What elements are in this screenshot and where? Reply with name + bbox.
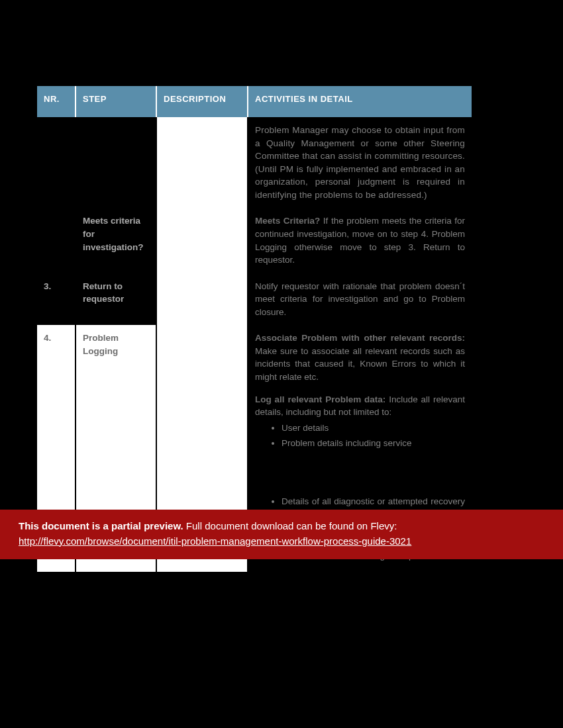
list-item: Problem details including service bbox=[282, 437, 465, 450]
preview-banner: This document is a partial preview. Full… bbox=[0, 510, 563, 559]
col-header-step: STEP bbox=[76, 86, 156, 117]
cell-activities: Problem Manager may choose to obtain inp… bbox=[248, 117, 472, 208]
cell-nr bbox=[37, 208, 76, 273]
banner-text: Full document download can be found on F… bbox=[183, 520, 397, 531]
col-header-desc: DESCRIPTION bbox=[156, 86, 248, 117]
cell-desc bbox=[156, 273, 248, 326]
col-header-nr: NR. bbox=[37, 86, 76, 117]
activity-paragraph: Associate Problem with other relevant re… bbox=[255, 332, 465, 383]
cell-nr bbox=[37, 117, 76, 208]
cell-nr: 3. bbox=[37, 273, 76, 326]
cell-step bbox=[76, 117, 156, 208]
cell-activities: Notify requestor with rationale that pro… bbox=[248, 273, 472, 326]
banner-link[interactable]: http://flevy.com/browse/document/itil-pr… bbox=[19, 534, 544, 549]
activity-lead: Associate Problem with other relevant re… bbox=[255, 333, 465, 343]
activity-paragraph: Log all relevant Problem data: Include a… bbox=[255, 393, 465, 419]
activity-text: Make sure to associate all relevant reco… bbox=[255, 346, 465, 382]
banner-bold-text: This document is a partial preview. bbox=[19, 520, 183, 531]
table-header-row: NR. STEP DESCRIPTION ACTIVITIES IN DETAI… bbox=[37, 86, 472, 117]
process-table-wrap: NR. STEP DESCRIPTION ACTIVITIES IN DETAI… bbox=[37, 86, 472, 572]
cell-desc bbox=[156, 208, 248, 273]
table-row: Meets criteria for investigation? Meets … bbox=[37, 208, 472, 273]
activity-lead: Log all relevant Problem data: bbox=[255, 394, 385, 404]
process-table: NR. STEP DESCRIPTION ACTIVITIES IN DETAI… bbox=[37, 86, 472, 572]
cell-step: Return to requestor bbox=[76, 273, 156, 326]
table-row: 3. Return to requestor Notify requestor … bbox=[37, 273, 472, 326]
col-header-act: ACTIVITIES IN DETAIL bbox=[248, 86, 472, 117]
cell-step: Meets criteria for investigation? bbox=[76, 208, 156, 273]
cell-activities: Meets Criteria? If the problem meets the… bbox=[248, 208, 472, 273]
list-item: User details bbox=[282, 422, 465, 435]
cell-desc bbox=[156, 117, 248, 208]
table-row: Problem Manager may choose to obtain inp… bbox=[37, 117, 472, 208]
activity-lead: Meets Criteria? bbox=[255, 216, 320, 226]
